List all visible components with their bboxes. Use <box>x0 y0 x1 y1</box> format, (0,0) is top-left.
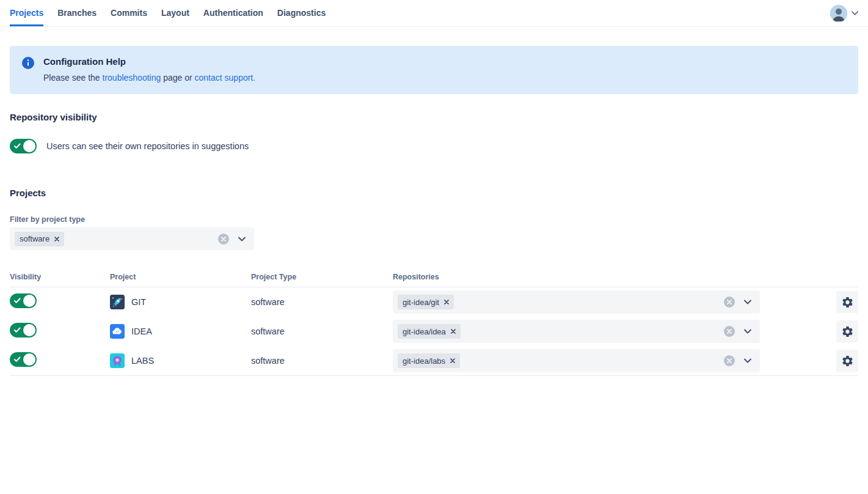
robot-project-icon <box>110 353 125 368</box>
clear-select-icon[interactable] <box>724 355 735 366</box>
chevron-down-icon[interactable] <box>744 358 751 363</box>
banner-text-middle: page or <box>161 73 194 83</box>
top-navbar: Projects Branches Commits Layout Authent… <box>0 0 868 27</box>
filter-by-project-type-label: Filter by project type <box>10 215 858 224</box>
project-name: IDEA <box>131 326 152 336</box>
remove-tag-icon[interactable] <box>450 358 455 363</box>
remove-tag-icon[interactable] <box>451 329 456 334</box>
project-type-tag: software <box>15 232 64 246</box>
gear-icon <box>841 296 854 309</box>
project-settings-button[interactable] <box>836 350 858 372</box>
gear-icon <box>841 355 854 367</box>
banner-text-prefix: Please see the <box>43 73 103 83</box>
repositories-select[interactable]: git-idea/labs <box>393 349 760 372</box>
toggle-knob <box>23 295 35 307</box>
repositories-select[interactable]: git-idea/idea <box>393 320 760 343</box>
project-name: LABS <box>131 356 154 366</box>
troubleshooting-link[interactable]: troubleshooting <box>103 73 161 83</box>
project-type: software <box>251 356 393 366</box>
remove-tag-icon[interactable] <box>54 237 59 241</box>
table-row: GIT software git-idea/git <box>10 287 858 317</box>
check-icon <box>14 143 21 149</box>
repositories-select[interactable]: git-idea/git <box>393 290 760 314</box>
repository-visibility-toggle-label: Users can see their own repositories in … <box>46 141 249 151</box>
project-type-tag-label: software <box>20 234 49 243</box>
repository-tag-label: git-idea/git <box>403 298 439 307</box>
user-avatar[interactable] <box>830 5 847 22</box>
toggle-knob <box>23 324 35 336</box>
project-visibility-toggle[interactable] <box>10 293 37 308</box>
repository-tag: git-idea/labs <box>398 353 460 368</box>
repository-tag: git-idea/idea <box>398 324 461 339</box>
user-menu[interactable] <box>830 5 858 22</box>
contact-support-link[interactable]: contact support. <box>195 73 256 83</box>
column-header-repositories: Repositories <box>393 273 770 281</box>
project-type-filter-select[interactable]: software <box>10 227 254 250</box>
gear-icon <box>841 325 854 338</box>
tab-diagnostics[interactable]: Diagnostics <box>277 8 326 26</box>
repository-tag-label: git-idea/labs <box>403 356 445 366</box>
repository-visibility-heading: Repository visibility <box>10 112 858 122</box>
repository-visibility-toggle[interactable] <box>10 139 37 153</box>
project-type: software <box>251 297 393 307</box>
toggle-knob <box>23 140 35 152</box>
repository-tag: git-idea/git <box>398 295 454 309</box>
project-settings-button[interactable] <box>836 320 858 342</box>
rocket-project-icon <box>110 295 125 309</box>
configuration-help-banner: Configuration Help Please see the troubl… <box>10 46 858 94</box>
check-icon <box>14 327 21 333</box>
project-type: software <box>251 326 393 336</box>
column-header-project-type: Project Type <box>251 273 393 281</box>
banner-title: Configuration Help <box>43 56 255 67</box>
cloud-project-icon <box>110 324 125 339</box>
chevron-down-icon[interactable] <box>238 237 246 241</box>
info-icon <box>22 57 34 72</box>
table-row: LABS software git-idea/labs <box>10 346 858 375</box>
chevron-down-icon[interactable] <box>744 329 751 334</box>
tab-layout[interactable]: Layout <box>161 8 189 26</box>
table-row: IDEA software git-idea/idea <box>10 317 858 346</box>
repository-visibility-setting: Users can see their own repositories in … <box>10 139 858 153</box>
remove-tag-icon[interactable] <box>444 300 449 304</box>
check-icon <box>14 298 21 304</box>
tab-branches[interactable]: Branches <box>57 8 97 26</box>
clear-select-icon[interactable] <box>724 297 735 308</box>
project-visibility-toggle[interactable] <box>10 352 37 367</box>
column-header-project: Project <box>110 273 251 281</box>
chevron-down-icon[interactable] <box>852 11 858 15</box>
tab-authentication[interactable]: Authentication <box>203 8 263 26</box>
project-settings-button[interactable] <box>836 291 858 313</box>
projects-table-body: GIT software git-idea/git <box>10 287 858 376</box>
projects-table-header: Visibility Project Project Type Reposito… <box>10 273 858 287</box>
check-icon <box>14 356 21 363</box>
banner-message: Please see the troubleshooting page or c… <box>43 73 255 83</box>
clear-select-icon[interactable] <box>724 326 735 337</box>
avatar-silhouette-icon <box>830 5 847 22</box>
chevron-down-icon[interactable] <box>744 300 751 304</box>
tab-projects[interactable]: Projects <box>10 8 43 26</box>
tab-commits[interactable]: Commits <box>111 8 147 26</box>
project-name: GIT <box>131 297 146 307</box>
project-visibility-toggle[interactable] <box>10 323 37 337</box>
column-header-visibility: Visibility <box>10 273 110 281</box>
toggle-knob <box>23 353 35 366</box>
projects-heading: Projects <box>10 188 858 198</box>
repository-tag-label: git-idea/idea <box>403 327 446 336</box>
clear-select-icon[interactable] <box>218 234 229 245</box>
